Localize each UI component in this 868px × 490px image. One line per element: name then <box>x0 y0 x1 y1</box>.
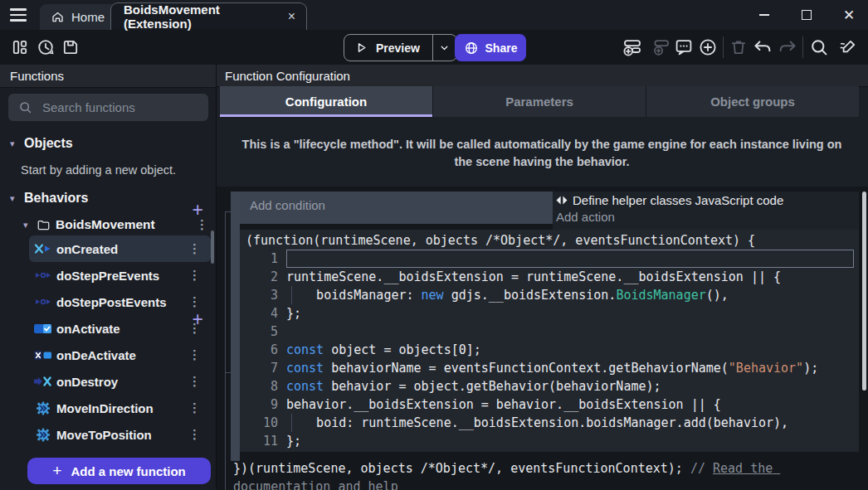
objects-label: Objects <box>24 136 73 151</box>
events-scrollbar[interactable] <box>862 192 866 391</box>
history-icon[interactable] <box>36 37 56 57</box>
tab-parameters[interactable]: Parameters <box>433 86 646 117</box>
window-close-icon[interactable]: ✕ <box>841 7 856 22</box>
js-event-header: Define helper classes JavaScript code Ad… <box>553 192 859 230</box>
line-number: 7 <box>240 359 286 377</box>
edit-extension-icon[interactable] <box>838 37 858 57</box>
preview-options-chevron-icon[interactable] <box>433 35 456 61</box>
js-code-editor[interactable]: (function(runtimeScene, objects /*Object… <box>240 230 859 452</box>
code-line: 11 }; <box>240 432 859 450</box>
events-sheet: Add condition Define helper classes Java… <box>217 187 868 490</box>
line-number: 6 <box>240 341 286 359</box>
home-icon <box>51 10 65 24</box>
redo-icon <box>778 37 797 57</box>
chevron-down-icon[interactable]: ▾ <box>23 220 33 230</box>
tab-extension[interactable]: BoidsMovement (Extension) × <box>110 2 307 30</box>
line-content: behavior.__boidsExtension = behavior.__b… <box>286 395 854 414</box>
preview-label: Preview <box>376 41 420 55</box>
behavior-function-item[interactable]: MoveToPosition ⋮ <box>29 421 211 448</box>
folder-label: BoidsMovement <box>56 217 188 232</box>
main-menu-icon[interactable] <box>8 5 28 25</box>
code-lines: 1 2 runtimeScene.__boidsExtension = runt… <box>240 250 859 450</box>
search-functions-box[interactable] <box>8 94 208 121</box>
behavior-folder-row[interactable]: ▾ BoidsMovement ⋮ <box>0 212 217 237</box>
step-icon <box>33 295 52 308</box>
destroy-icon <box>33 375 52 388</box>
sidebar-scrollbar[interactable] <box>211 230 214 264</box>
lifecycle-description: This is a "lifecycle method". It will be… <box>235 136 849 171</box>
behavior-function-item[interactable]: doStepPostEvents ⋮ <box>29 289 211 315</box>
plus-icon: + <box>52 462 61 480</box>
window-controls: ✕ <box>757 0 856 30</box>
item-menu-icon[interactable]: ⋮ <box>180 427 209 442</box>
add-function-label: Add a new function <box>71 464 185 478</box>
line-content <box>286 250 854 268</box>
delete-icon <box>729 37 749 57</box>
code-line: 5 <box>240 323 859 341</box>
search-icon[interactable] <box>809 37 829 57</box>
minimize-icon[interactable] <box>757 7 772 22</box>
behavior-function-item[interactable]: onDeActivate ⋮ <box>29 342 211 368</box>
line-number: 4 <box>240 304 286 323</box>
main-panel-title: Function Configuration <box>217 65 868 87</box>
add-function-button[interactable]: + Add a new function <box>27 458 211 484</box>
behavior-function-item[interactable]: doStepPreEvents ⋮ <box>29 262 211 289</box>
event-drag-handle[interactable] <box>231 192 240 461</box>
search-icon <box>18 100 32 114</box>
js-event-title[interactable]: Define helper classes JavaScript code <box>556 193 859 207</box>
project-manager-icon[interactable] <box>10 37 30 57</box>
code-line: 3 boidsManager: new gdjs.__boidsExtensio… <box>240 286 859 304</box>
item-menu-icon[interactable]: ⋮ <box>180 400 209 415</box>
code-wrapper-header: (function(runtimeScene, objects /*Object… <box>240 231 859 250</box>
item-menu-icon[interactable]: ⋮ <box>180 268 209 283</box>
objects-empty-text: Start by adding a new object. <box>21 163 176 177</box>
line-number: 10 <box>240 414 286 432</box>
item-menu-icon[interactable]: ⋮ <box>180 241 209 256</box>
titlebar: Home BoidsMovement (Extension) × ✕ <box>0 0 868 30</box>
code-line: 1 <box>240 250 859 268</box>
divider <box>723 36 724 58</box>
line-number: 5 <box>240 323 286 341</box>
search-input[interactable] <box>41 99 185 115</box>
line-number: 11 <box>240 432 286 450</box>
undo-icon[interactable] <box>753 37 773 57</box>
preview-button[interactable]: Preview <box>344 34 457 61</box>
code-line: 10 boid: runtimeScene.__boidsExtension.b… <box>240 414 859 432</box>
add-action-button[interactable]: Add action <box>556 210 859 224</box>
item-menu-icon[interactable]: ⋮ <box>180 321 209 336</box>
item-menu-icon[interactable]: ⋮ <box>180 294 209 309</box>
behavior-function-item[interactable]: onDestroy ⋮ <box>29 368 211 395</box>
gdevelop-window: Home BoidsMovement (Extension) × ✕ <box>0 0 868 490</box>
add-comment-icon[interactable] <box>674 37 694 57</box>
gear-icon <box>33 428 52 441</box>
circle-plus-icon[interactable] <box>698 37 718 57</box>
chevron-down-icon[interactable]: ▾ <box>10 193 20 204</box>
behavior-function-item[interactable]: MoveInDirection ⋮ <box>29 395 211 421</box>
maximize-icon[interactable] <box>799 7 814 22</box>
line-number: 9 <box>240 395 286 414</box>
line-content: runtimeScene.__boidsExtension = runtimeS… <box>286 268 854 286</box>
line-number: 1 <box>240 250 286 268</box>
save-icon[interactable] <box>61 37 80 57</box>
objects-section-header: ▾ Objects + <box>0 131 217 156</box>
code-wrapper-footer: })(runtimeScene, objects /*Object*/, eve… <box>233 459 859 490</box>
event-indent-line <box>225 211 226 490</box>
share-label: Share <box>485 41 518 55</box>
add-event-icon[interactable] <box>622 37 642 57</box>
tab-configuration[interactable]: Configuration <box>220 86 432 117</box>
tab-home[interactable]: Home <box>40 4 118 30</box>
behaviors-label: Behaviors <box>24 191 88 206</box>
item-menu-icon[interactable]: ⋮ <box>180 347 209 362</box>
add-condition-button[interactable]: Add condition <box>240 192 553 224</box>
step-icon <box>33 269 52 282</box>
close-tab-icon[interactable]: × <box>288 10 295 23</box>
tab-object-groups[interactable]: Object groups <box>646 86 859 117</box>
add-subevent-icon <box>651 37 671 57</box>
behavior-function-item[interactable]: onCreated ⋮ <box>29 235 211 262</box>
behavior-function-item[interactable]: onActivate ⋮ <box>29 315 211 342</box>
item-menu-icon[interactable]: ⋮ <box>180 374 209 389</box>
code-icon <box>556 196 568 205</box>
line-content: boid: runtimeScene.__boidsExtension.boid… <box>286 414 854 432</box>
chevron-down-icon[interactable]: ▾ <box>10 138 20 149</box>
share-button[interactable]: Share <box>455 34 526 61</box>
